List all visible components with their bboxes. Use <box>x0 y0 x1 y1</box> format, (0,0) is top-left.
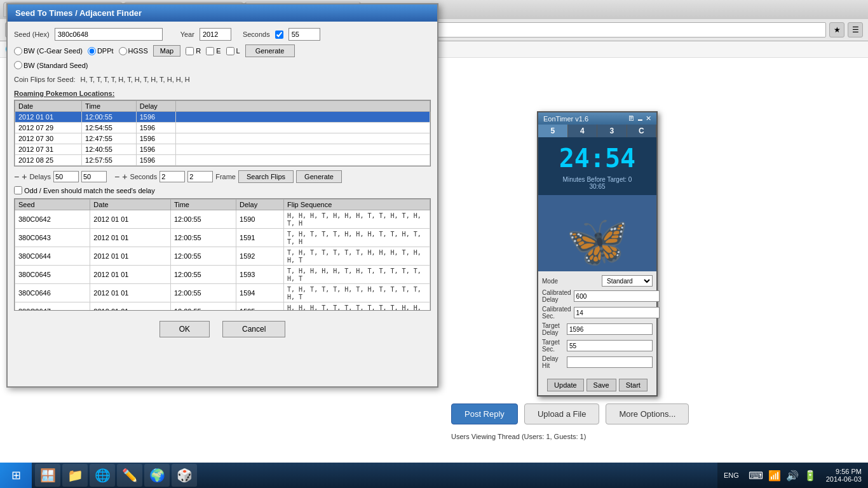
et-delay-hit-label: Delay Hit <box>542 355 564 369</box>
eontimer-display: 24:54 <box>538 137 656 176</box>
eontimer-tab-c[interactable]: C <box>627 125 657 137</box>
bw-standard-row: BW (Standard Seed) <box>14 61 431 69</box>
lower-cell-date: 2012 01 01 <box>90 266 171 284</box>
lower-cell-time: 12:00:55 <box>170 247 236 266</box>
eontimer-tab-3[interactable]: 3 <box>597 125 627 137</box>
lower-cell-seed: 380C0642 <box>15 210 90 229</box>
frame-label: Frame <box>215 173 236 180</box>
lower-cell-delay: 1590 <box>236 210 284 229</box>
upper-col-extra <box>176 101 430 112</box>
start-button[interactable]: ⊞ <box>0 463 32 488</box>
odd-even-checkbox-label[interactable]: Odd / Even should match the seed's delay <box>14 186 155 194</box>
upper-table-row[interactable]: 2012 07 29 12:54:55 1596 <box>15 123 430 133</box>
e-checkbox-label[interactable]: E <box>206 47 220 55</box>
taskbar-app-6[interactable]: 🎲 <box>172 464 197 487</box>
delay-plus-btn[interactable]: + <box>22 172 27 181</box>
eontimer-time: 24:54 <box>559 144 635 173</box>
lower-cell-delay: 1594 <box>236 284 284 302</box>
seed-to-times-dialog: Seed To Times / Adjacent Finder Seed (He… <box>6 3 438 388</box>
year-label: Year <box>180 30 194 38</box>
lower-table-row[interactable]: 380C0645 2012 01 01 12:00:55 1593 T, H, … <box>15 266 430 284</box>
radio-dppt[interactable]: DPPt <box>88 47 114 55</box>
taskbar-icons: ⌨ 📶 🔊 🔋 <box>749 470 817 482</box>
eontimer-tab-4[interactable]: 4 <box>568 125 598 137</box>
et-target-delay-input[interactable] <box>567 323 653 335</box>
upper-table-row[interactable]: 2012 07 30 12:47:55 1596 <box>15 133 430 144</box>
generate2-button[interactable]: Generate <box>296 170 342 183</box>
post-reply-button[interactable]: Post Reply <box>451 403 518 424</box>
taskbar-app-1[interactable]: 🪟 <box>35 464 60 487</box>
star-button[interactable]: ★ <box>829 22 844 37</box>
et-cal-delay-input[interactable] <box>574 290 660 302</box>
lower-cell-date: 2012 01 01 <box>90 302 171 311</box>
more-options-button[interactable]: More Options... <box>606 403 689 424</box>
seconds-input[interactable] <box>288 28 320 41</box>
seconds-plus-btn[interactable]: + <box>122 172 127 181</box>
seconds-min-input[interactable] <box>159 171 185 182</box>
r-checkbox-label[interactable]: R <box>186 47 201 55</box>
lower-table-scroll[interactable]: Seed Date Time Delay Flip Sequence 380C0… <box>15 199 430 310</box>
dialog-title-bar: Seed To Times / Adjacent Finder <box>8 4 437 22</box>
taskbar-app-3[interactable]: 🌐 <box>90 464 115 487</box>
l-checkbox-label[interactable]: L <box>226 47 240 55</box>
taskbar-app-5[interactable]: 🌍 <box>144 464 170 487</box>
lower-table-row[interactable]: 380C0646 2012 01 01 12:00:55 1594 T, H, … <box>15 284 430 302</box>
eontimer-sub: Minutes Before Target: 0 30:65 <box>538 176 656 195</box>
upper-col-delay: Delay <box>136 101 175 112</box>
upper-table-row[interactable]: 2012 07 31 12:40:55 1596 <box>15 144 430 155</box>
radio-bw-cgear[interactable]: BW (C-Gear Seed) <box>14 47 83 55</box>
map-button[interactable]: Map <box>153 45 180 57</box>
upper-cell-date: 2012 07 30 <box>15 133 82 144</box>
taskbar-right: ENG ⌨ 📶 🔊 🔋 9:56 PM 2014-06-03 <box>717 463 868 488</box>
delay-minus-btn[interactable]: − <box>14 172 19 181</box>
seed-label: Seed (Hex) <box>14 30 50 38</box>
seed-input[interactable] <box>55 28 163 41</box>
upper-cell-delay: 1596 <box>136 155 175 166</box>
radio-hgss[interactable]: HGSS <box>119 47 148 55</box>
upload-file-button[interactable]: Upload a File <box>524 403 600 424</box>
eontimer-tab-5[interactable]: 5 <box>538 125 568 137</box>
upper-table-scroll[interactable]: Date Time Delay 2012 01 01 12:00:55 1596… <box>15 100 430 166</box>
menu-button[interactable]: ☰ <box>848 22 863 37</box>
upper-table-row[interactable]: 2012 08 25 12:57:55 1596 <box>15 155 430 166</box>
taskbar-app-2[interactable]: 📁 <box>62 464 88 487</box>
upper-cell-delay: 1596 <box>136 144 175 155</box>
seconds-minus-btn[interactable]: − <box>114 172 119 181</box>
delay-min-input[interactable] <box>53 171 79 182</box>
cancel-button[interactable]: Cancel <box>222 321 285 337</box>
odd-even-checkbox[interactable] <box>14 186 22 194</box>
seconds-checkbox[interactable] <box>275 30 283 39</box>
coin-flips-label: Coin Flips for Seed: <box>14 76 76 83</box>
et-save-button[interactable]: Save <box>587 379 616 391</box>
ok-button[interactable]: OK <box>159 321 210 337</box>
et-start-button[interactable]: Start <box>619 379 648 391</box>
generate-button[interactable]: Generate <box>245 44 295 57</box>
upper-cell-time: 12:47:55 <box>82 133 137 144</box>
et-delay-hit-input[interactable] <box>567 356 653 368</box>
search-flips-button[interactable]: Search Flips <box>238 170 294 183</box>
seconds-max-input[interactable] <box>187 171 213 182</box>
taskbar-app-4[interactable]: ✏️ <box>117 464 142 487</box>
lower-cell-date: 2012 01 01 <box>90 284 171 302</box>
et-delay-hit-row: Delay Hit <box>542 355 653 369</box>
lower-table-row[interactable]: 380C0647 2012 01 01 12:00:55 1595 H, H, … <box>15 302 430 311</box>
upper-cell-extra <box>176 155 430 166</box>
odd-even-label: Odd / Even should match the seed's delay <box>24 187 155 194</box>
upper-table-row[interactable]: 2012 01 01 12:00:55 1596 <box>15 112 430 123</box>
et-update-button[interactable]: Update <box>547 379 583 391</box>
lower-cell-seed: 380C0643 <box>15 229 90 247</box>
upper-cell-extra <box>176 133 430 144</box>
lower-table: Seed Date Time Delay Flip Sequence 380C0… <box>15 199 430 310</box>
radio-bw-standard[interactable]: BW (Standard Seed) <box>14 61 88 69</box>
upper-cell-date: 2012 07 29 <box>15 123 82 133</box>
lower-table-row[interactable]: 380C0642 2012 01 01 12:00:55 1590 H, H, … <box>15 210 430 229</box>
lower-col-seed: Seed <box>15 200 90 210</box>
year-input[interactable] <box>200 28 231 41</box>
lower-table-row[interactable]: 380C0643 2012 01 01 12:00:55 1591 T, H, … <box>15 229 430 247</box>
delay-max-input[interactable] <box>81 171 107 182</box>
et-target-sec-input[interactable] <box>567 340 653 351</box>
et-cal-sec-row: Calibrated Sec. <box>542 306 653 320</box>
et-cal-sec-input[interactable] <box>574 307 660 318</box>
lower-table-row[interactable]: 380C0644 2012 01 01 12:00:55 1592 T, H, … <box>15 247 430 266</box>
et-mode-select[interactable]: Standard <box>602 275 653 287</box>
